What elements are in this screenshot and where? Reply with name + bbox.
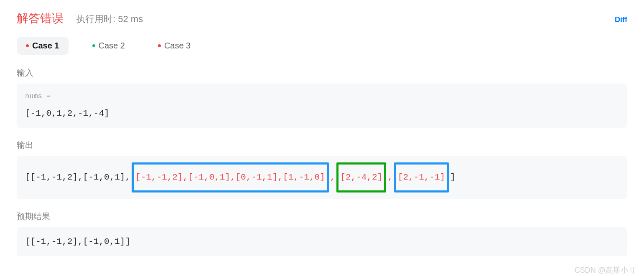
output-diff-segment: [2,-4,2] xyxy=(340,172,382,182)
tab-label: Case 2 xyxy=(99,41,125,51)
test-case-tabs: Case 1 Case 2 Case 3 xyxy=(17,37,627,55)
tab-case-2[interactable]: Case 2 xyxy=(83,37,134,55)
expected-section-label: 预期结果 xyxy=(17,211,627,222)
input-section-label: 输入 xyxy=(17,67,627,78)
output-diff-segment: [2,-1,-1] xyxy=(398,172,445,182)
tab-label: Case 3 xyxy=(164,41,191,51)
runtime-text: 执行用时: 52 ms xyxy=(76,13,143,25)
highlight-box-blue: [-1,-1,2],[-1,0,1],[0,-1,1],[1,-1,0] xyxy=(132,162,329,192)
output-suffix: ] xyxy=(450,170,456,185)
tab-case-1[interactable]: Case 1 xyxy=(17,37,69,55)
highlight-box-blue: [2,-1,-1] xyxy=(394,162,449,192)
output-comma: , xyxy=(330,170,336,185)
highlight-box-green: [2,-4,2] xyxy=(336,162,386,192)
status-dot-icon xyxy=(92,44,95,47)
output-section-label: 输出 xyxy=(17,139,627,151)
output-diff-segment: [-1,-1,2],[-1,0,1],[0,-1,1],[1,-1,0] xyxy=(135,172,325,182)
status-title: 解答错误 xyxy=(17,10,64,26)
output-prefix: [[-1,-1,2],[-1,0,1], xyxy=(25,170,130,185)
tab-case-3[interactable]: Case 3 xyxy=(149,37,200,55)
output-value-row: [[-1,-1,2],[-1,0,1], [-1,-1,2],[-1,0,1],… xyxy=(25,162,619,192)
input-var-label: nums = xyxy=(25,90,619,103)
output-box: [[-1,-1,2],[-1,0,1], [-1,-1,2],[-1,0,1],… xyxy=(17,156,627,199)
input-value: [-1,0,1,2,-1,-4] xyxy=(25,106,619,122)
status-dot-icon xyxy=(26,44,29,47)
input-box: nums = [-1,0,1,2,-1,-4] xyxy=(17,84,627,128)
status-dot-icon xyxy=(158,44,161,47)
diff-link[interactable]: Diff xyxy=(615,15,627,24)
output-comma: , xyxy=(387,170,393,185)
result-header: 解答错误 执行用时: 52 ms Diff xyxy=(17,10,627,26)
watermark-text: CSDN @高斯小哥 xyxy=(575,265,636,275)
expected-value: [[-1,-1,2],[-1,0,1]] xyxy=(25,234,619,250)
tab-label: Case 1 xyxy=(32,41,59,51)
expected-box: [[-1,-1,2],[-1,0,1]] xyxy=(17,227,627,256)
